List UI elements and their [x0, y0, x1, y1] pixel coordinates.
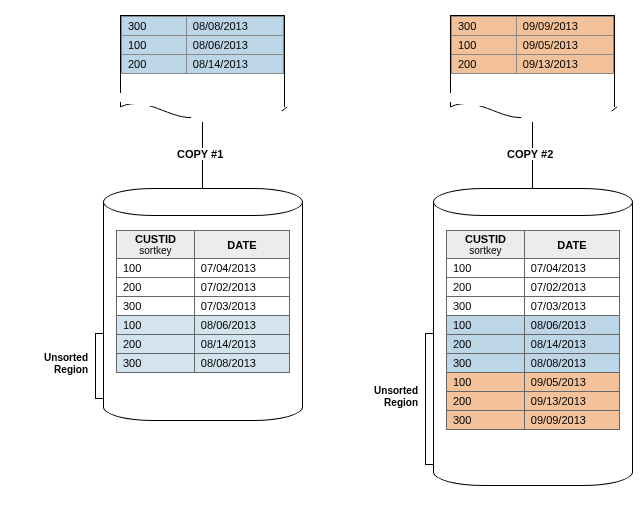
cell-date: 07/03/2013 — [194, 297, 289, 316]
table-row: 100 09/05/2013 — [452, 36, 614, 55]
table-header-row: CUSTID sortkey DATE — [447, 231, 620, 259]
cell-date: 09/09/2013 — [524, 411, 619, 430]
table-row: 200 08/14/2013 — [122, 55, 284, 74]
cell-id: 100 — [122, 36, 187, 55]
cylinder-body: CUSTID sortkey DATE 10007/04/201320007/0… — [103, 202, 303, 407]
cell-id: 200 — [117, 278, 195, 297]
cylinder-copy2: CUSTID sortkey DATE 10007/04/201320007/0… — [433, 188, 633, 488]
table-row: 20009/13/2013 — [447, 392, 620, 411]
cell-id: 300 — [447, 297, 525, 316]
cell-id: 200 — [447, 335, 525, 354]
cell-id: 200 — [122, 55, 187, 74]
cell-id: 300 — [117, 297, 195, 316]
cell-date: 08/08/2013 — [524, 354, 619, 373]
cylinder-copy1: CUSTID sortkey DATE 10007/04/201320007/0… — [103, 188, 303, 423]
cylinder-top — [433, 188, 633, 216]
table-row: 20007/02/2013 — [117, 278, 290, 297]
table-header-row: CUSTID sortkey DATE — [117, 231, 290, 259]
table-row: 10008/06/2013 — [447, 316, 620, 335]
unsorted-label-1: Unsorted Region — [30, 352, 88, 376]
table-row: 30007/03/2013 — [117, 297, 290, 316]
cell-id: 200 — [447, 392, 525, 411]
header-sortkey: sortkey — [453, 245, 518, 256]
cell-date: 08/14/2013 — [194, 335, 289, 354]
table-row: 200 09/13/2013 — [452, 55, 614, 74]
cell-date: 08/06/2013 — [524, 316, 619, 335]
table-row: 10008/06/2013 — [117, 316, 290, 335]
cell-date: 09/13/2013 — [516, 55, 613, 74]
table-row: 20008/14/2013 — [447, 335, 620, 354]
cell-date: 08/08/2013 — [194, 354, 289, 373]
copy-label-2: COPY #2 — [503, 148, 557, 160]
cell-id: 300 — [452, 17, 517, 36]
table-row: 30007/03/2013 — [447, 297, 620, 316]
cell-id: 200 — [447, 278, 525, 297]
cell-date: 09/05/2013 — [524, 373, 619, 392]
cell-date: 09/09/2013 — [516, 17, 613, 36]
cell-date: 07/04/2013 — [194, 259, 289, 278]
unsorted-label-2: Unsorted Region — [360, 385, 418, 409]
table-row: 20007/02/2013 — [447, 278, 620, 297]
col-date: DATE — [524, 231, 619, 259]
cell-date: 08/14/2013 — [186, 55, 283, 74]
input-table-copy2: 300 09/09/2013 100 09/05/2013 200 09/13/… — [451, 16, 614, 74]
cell-date: 08/14/2013 — [524, 335, 619, 354]
cell-id: 300 — [122, 17, 187, 36]
unsorted-line1: Unsorted — [44, 352, 88, 363]
table-row: 20008/14/2013 — [117, 335, 290, 354]
page-curl — [120, 101, 287, 125]
cell-date: 08/06/2013 — [186, 36, 283, 55]
data-table-copy2: CUSTID sortkey DATE 10007/04/201320007/0… — [446, 230, 620, 430]
copy-label-1: COPY #1 — [173, 148, 227, 160]
cell-date: 08/08/2013 — [186, 17, 283, 36]
input-table-copy1: 300 08/08/2013 100 08/06/2013 200 08/14/… — [121, 16, 284, 74]
cell-id: 100 — [117, 259, 195, 278]
table-row: 30009/09/2013 — [447, 411, 620, 430]
cell-id: 100 — [447, 316, 525, 335]
table-row: 300 09/09/2013 — [452, 17, 614, 36]
col-custid: CUSTID sortkey — [117, 231, 195, 259]
cell-id: 100 — [452, 36, 517, 55]
table-row: 10007/04/2013 — [117, 259, 290, 278]
cell-date: 07/02/2013 — [194, 278, 289, 297]
cell-id: 300 — [447, 354, 525, 373]
col-custid: CUSTID sortkey — [447, 231, 525, 259]
header-custid: CUSTID — [465, 233, 506, 245]
cylinder-body: CUSTID sortkey DATE 10007/04/201320007/0… — [433, 202, 633, 472]
cell-date: 07/02/2013 — [524, 278, 619, 297]
data-table-copy1: CUSTID sortkey DATE 10007/04/201320007/0… — [116, 230, 290, 373]
col-date: DATE — [194, 231, 289, 259]
cell-date: 09/05/2013 — [516, 36, 613, 55]
cell-date: 07/03/2013 — [524, 297, 619, 316]
unsorted-line2: Region — [384, 397, 418, 408]
cell-id: 100 — [117, 316, 195, 335]
table-row: 30008/08/2013 — [117, 354, 290, 373]
cell-id: 100 — [447, 373, 525, 392]
cell-id: 200 — [452, 55, 517, 74]
cell-date: 07/04/2013 — [524, 259, 619, 278]
cell-id: 300 — [117, 354, 195, 373]
input-page-copy2: 300 09/09/2013 100 09/05/2013 200 09/13/… — [450, 15, 615, 107]
table-row: 10009/05/2013 — [447, 373, 620, 392]
unsorted-line2: Region — [54, 364, 88, 375]
header-custid: CUSTID — [135, 233, 176, 245]
input-page-copy1: 300 08/08/2013 100 08/06/2013 200 08/14/… — [120, 15, 285, 107]
page-curl — [450, 101, 617, 125]
header-sortkey: sortkey — [123, 245, 188, 256]
cell-date: 08/06/2013 — [194, 316, 289, 335]
cell-date: 09/13/2013 — [524, 392, 619, 411]
cell-id: 300 — [447, 411, 525, 430]
unsorted-line1: Unsorted — [374, 385, 418, 396]
table-row: 300 08/08/2013 — [122, 17, 284, 36]
diagram: 300 08/08/2013 100 08/06/2013 200 08/14/… — [10, 10, 630, 520]
cylinder-top — [103, 188, 303, 216]
table-row: 30008/08/2013 — [447, 354, 620, 373]
cell-id: 100 — [447, 259, 525, 278]
cell-id: 200 — [117, 335, 195, 354]
table-row: 10007/04/2013 — [447, 259, 620, 278]
table-row: 100 08/06/2013 — [122, 36, 284, 55]
